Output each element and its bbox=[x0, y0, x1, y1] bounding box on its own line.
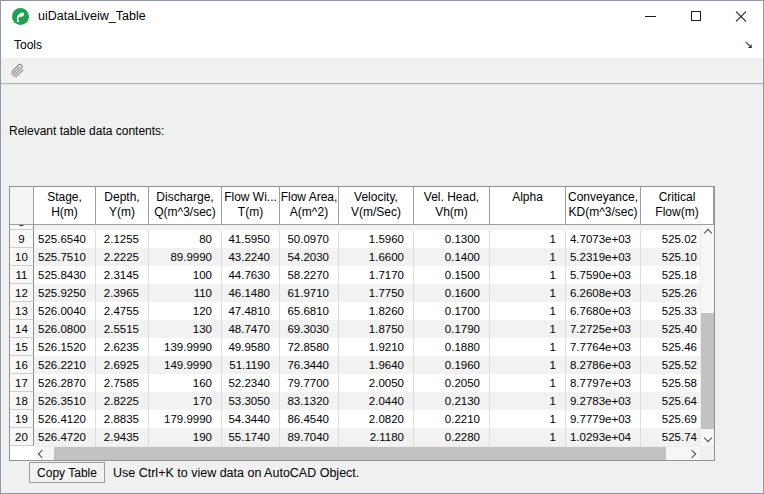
table-cell[interactable]: 6.2608e+03 bbox=[566, 284, 641, 302]
table-cell[interactable]: 1.0293e+04 bbox=[566, 428, 641, 446]
minimize-button[interactable] bbox=[628, 1, 673, 31]
table-cell[interactable]: 526.4120 bbox=[34, 410, 96, 428]
row-header[interactable]: 16 bbox=[10, 356, 34, 374]
column-header[interactable]: Velocity,V(m/Sec) bbox=[339, 187, 414, 225]
row-header[interactable]: 19 bbox=[10, 410, 34, 428]
table-cell[interactable]: 525.9250 bbox=[34, 284, 96, 302]
row-header[interactable]: 13 bbox=[10, 302, 34, 320]
column-header[interactable]: Vel. Head,Vh(m) bbox=[414, 187, 490, 225]
table-cell[interactable]: 0.1300 bbox=[414, 230, 490, 248]
table-cell[interactable]: 0.1880 bbox=[414, 338, 490, 356]
table-cell[interactable]: 80 bbox=[149, 230, 222, 248]
table-cell[interactable]: 1 bbox=[490, 320, 566, 338]
table-cell[interactable]: 5.7590e+03 bbox=[566, 266, 641, 284]
table-cell[interactable]: 69.3030 bbox=[280, 320, 339, 338]
table-cell[interactable]: 52.2340 bbox=[222, 374, 280, 392]
table-cell[interactable]: 1 bbox=[490, 356, 566, 374]
table-cell[interactable]: 130 bbox=[149, 320, 222, 338]
table-cell[interactable]: 2.1180 bbox=[339, 428, 414, 446]
table-cell[interactable]: 2.0050 bbox=[339, 374, 414, 392]
table-cell[interactable]: 526.3510 bbox=[34, 392, 96, 410]
table-cell[interactable]: 139.9990 bbox=[149, 338, 222, 356]
table-cell[interactable]: 160 bbox=[149, 374, 222, 392]
table-cell[interactable]: 1 bbox=[490, 284, 566, 302]
table-cell[interactable]: 2.2225 bbox=[96, 248, 149, 266]
table-cell[interactable]: 0.2130 bbox=[414, 392, 490, 410]
table-cell[interactable]: 89.9990 bbox=[149, 248, 222, 266]
table-cell[interactable]: 47.4810 bbox=[222, 302, 280, 320]
table-cell[interactable]: 0.1600 bbox=[414, 284, 490, 302]
table-cell[interactable]: 0.1700 bbox=[414, 302, 490, 320]
table-cell[interactable]: 0.1400 bbox=[414, 248, 490, 266]
table-cell[interactable]: 149.9990 bbox=[149, 356, 222, 374]
table-cell[interactable]: 55.1740 bbox=[222, 428, 280, 446]
table-cell[interactable]: 120 bbox=[149, 302, 222, 320]
table-cell[interactable]: 1 bbox=[490, 410, 566, 428]
table-cell[interactable]: 7.2725e+03 bbox=[566, 320, 641, 338]
column-header[interactable]: Depth,Y(m) bbox=[96, 187, 149, 225]
paperclip-icon[interactable] bbox=[10, 63, 25, 78]
row-header[interactable]: 11 bbox=[10, 266, 34, 284]
table-cell[interactable]: 49.9580 bbox=[222, 338, 280, 356]
table-cell[interactable]: 8.7797e+03 bbox=[566, 374, 641, 392]
table-cell[interactable]: 526.0040 bbox=[34, 302, 96, 320]
table-cell[interactable]: 4.7073e+03 bbox=[566, 230, 641, 248]
table-cell[interactable]: 100 bbox=[149, 266, 222, 284]
horizontal-scroll-thumb[interactable] bbox=[54, 447, 666, 460]
table-cell[interactable]: 1 bbox=[490, 248, 566, 266]
table-cell[interactable]: 2.5515 bbox=[96, 320, 149, 338]
table-cell[interactable]: 1.7170 bbox=[339, 266, 414, 284]
scroll-down-button[interactable] bbox=[701, 432, 714, 446]
table-cell[interactable]: 526.4720 bbox=[34, 428, 96, 446]
table-cell[interactable]: 526.1520 bbox=[34, 338, 96, 356]
table-cell[interactable]: 2.6235 bbox=[96, 338, 149, 356]
column-header[interactable]: Discharge,Q(m^3/sec) bbox=[149, 187, 222, 225]
row-header[interactable]: 9 bbox=[10, 230, 34, 248]
table-cell[interactable]: 54.3440 bbox=[222, 410, 280, 428]
close-button[interactable] bbox=[718, 1, 763, 31]
table-cell[interactable]: 1 bbox=[490, 230, 566, 248]
column-header[interactable]: Flow Area,A(m^2) bbox=[280, 187, 339, 225]
table-cell[interactable]: 1.9210 bbox=[339, 338, 414, 356]
table-cell[interactable]: 1.8260 bbox=[339, 302, 414, 320]
table-cell[interactable]: 2.1255 bbox=[96, 230, 149, 248]
menu-item-tools[interactable]: Tools bbox=[14, 38, 42, 52]
table-cell[interactable]: 0.2280 bbox=[414, 428, 490, 446]
table-cell[interactable]: 2.0820 bbox=[339, 410, 414, 428]
table-cell[interactable]: 525.7510 bbox=[34, 248, 96, 266]
row-header[interactable]: 17 bbox=[10, 374, 34, 392]
table-cell[interactable]: 1 bbox=[490, 392, 566, 410]
table-cell[interactable]: 110 bbox=[149, 284, 222, 302]
column-header[interactable]: Conveyance,KD(m^3/sec) bbox=[566, 187, 641, 225]
table-cell[interactable]: 2.7585 bbox=[96, 374, 149, 392]
table-cell[interactable]: 1 bbox=[490, 428, 566, 446]
table-cell[interactable]: 6.7680e+03 bbox=[566, 302, 641, 320]
row-header[interactable]: 20 bbox=[10, 428, 34, 446]
table-cell[interactable]: 170 bbox=[149, 392, 222, 410]
title-bar[interactable]: uiDataLiveiw_Table bbox=[1, 1, 763, 31]
table-cell[interactable]: 44.7630 bbox=[222, 266, 280, 284]
table-cell[interactable]: 50.0970 bbox=[280, 230, 339, 248]
table-cell[interactable]: 1.9640 bbox=[339, 356, 414, 374]
scroll-right-button[interactable] bbox=[686, 447, 700, 460]
table-cell[interactable]: 43.2240 bbox=[222, 248, 280, 266]
horizontal-scrollbar[interactable] bbox=[34, 446, 700, 460]
table-cell[interactable]: 1.8750 bbox=[339, 320, 414, 338]
table-cell[interactable]: 2.9435 bbox=[96, 428, 149, 446]
column-header[interactable]: Alpha bbox=[490, 187, 566, 225]
table-cell[interactable]: 72.8580 bbox=[280, 338, 339, 356]
table-cell[interactable]: 2.6925 bbox=[96, 356, 149, 374]
table-cell[interactable]: 54.2030 bbox=[280, 248, 339, 266]
table-cell[interactable]: 5.2319e+03 bbox=[566, 248, 641, 266]
table-cell[interactable]: 2.8835 bbox=[96, 410, 149, 428]
vertical-scrollbar[interactable] bbox=[700, 225, 714, 446]
table-cell[interactable]: 0.1500 bbox=[414, 266, 490, 284]
table-cell[interactable]: 525.8430 bbox=[34, 266, 96, 284]
table-cell[interactable]: 51.1190 bbox=[222, 356, 280, 374]
table-cell[interactable]: 179.9990 bbox=[149, 410, 222, 428]
table-cell[interactable]: 526.2870 bbox=[34, 374, 96, 392]
table-cell[interactable]: 8.2786e+03 bbox=[566, 356, 641, 374]
scroll-up-button[interactable] bbox=[701, 225, 714, 239]
table-cell[interactable]: 48.7470 bbox=[222, 320, 280, 338]
scroll-left-button[interactable] bbox=[34, 447, 48, 460]
